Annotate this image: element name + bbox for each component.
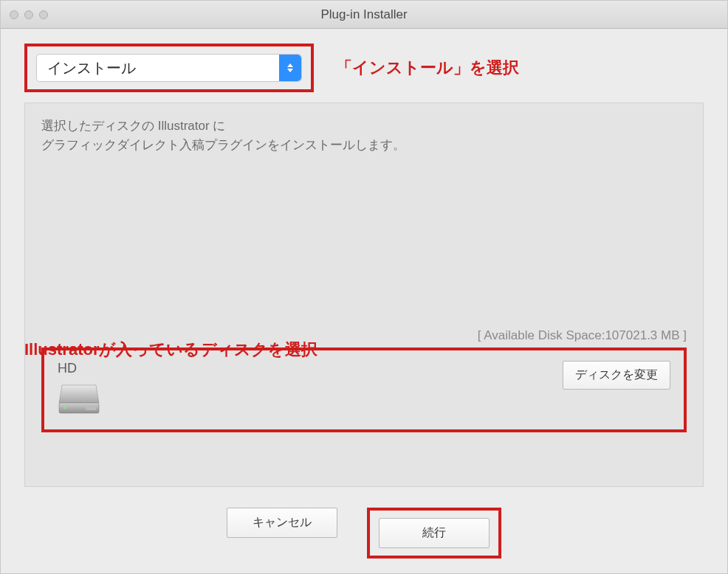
bottom-buttons: キャンセル 続行 (24, 508, 704, 559)
chevron-up-icon (287, 63, 293, 67)
zoom-traffic-light[interactable] (39, 10, 48, 19)
install-mode-dropdown[interactable]: インストール (36, 54, 302, 82)
harddrive-icon (58, 382, 100, 415)
cancel-button[interactable]: キャンセル (227, 508, 337, 538)
description-line1: 選択したディスクの Illustrator に (41, 119, 225, 133)
description-panel: 選択したディスクの Illustrator に グラフィックダイレクト入稿プラグ… (24, 103, 704, 487)
dropdown-selected-label: インストール (37, 58, 136, 78)
content-area: インストール 「インストール」を選択 選択したディスクの Illustrator… (1, 29, 727, 573)
close-traffic-light[interactable] (10, 10, 18, 19)
annotation-select-install: 「インストール」を選択 (336, 57, 519, 79)
svg-point-1 (64, 407, 66, 409)
dropdown-arrows-icon (279, 55, 301, 81)
description-line2: グラフィックダイレクト入稿プラグインをインストールします。 (41, 138, 405, 152)
description-text: 選択したディスクの Illustrator に グラフィックダイレクト入稿プラグ… (41, 117, 687, 156)
installer-window: Plug-in Installer インストール 「インストール」を選択 選択し… (0, 0, 728, 574)
top-row: インストール 「インストール」を選択 (24, 44, 704, 92)
continue-annotation-box: 続行 (367, 508, 501, 559)
change-disk-button[interactable]: ディスクを変更 (563, 361, 670, 390)
chevron-down-icon (287, 69, 293, 72)
disk-info: HD (58, 361, 100, 415)
disk-name: HD (58, 361, 100, 376)
traffic-lights (10, 10, 48, 19)
dropdown-annotation-box: インストール (24, 44, 314, 92)
annotation-select-disk: Illustratorが入っているディスクを選択 (24, 339, 317, 361)
minimize-traffic-light[interactable] (24, 10, 33, 19)
titlebar: Plug-in Installer (1, 1, 727, 29)
svg-rect-2 (86, 406, 96, 410)
continue-button[interactable]: 続行 (379, 518, 490, 548)
window-title: Plug-in Installer (320, 7, 407, 22)
